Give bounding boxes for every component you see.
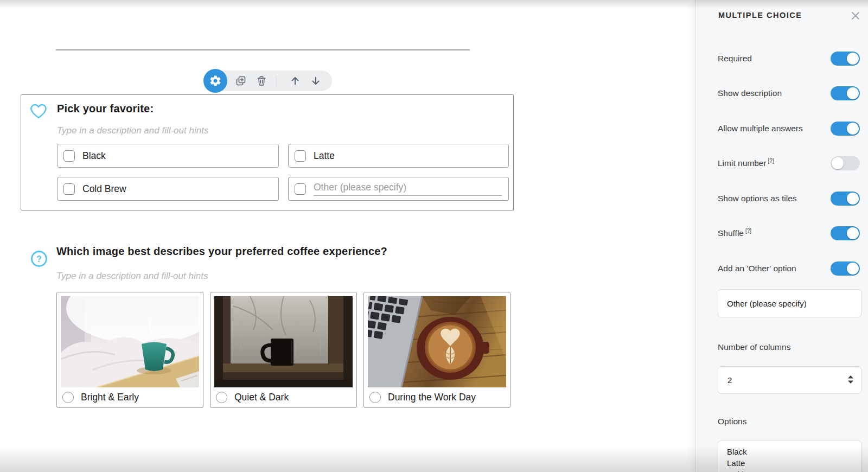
- toggle-add-other-option[interactable]: [831, 261, 860, 276]
- toggle-limit-number[interactable]: [831, 156, 860, 170]
- other-option-text-input[interactable]: Other (please specify): [718, 289, 861, 317]
- image-option-label: During the Work Day: [388, 392, 476, 403]
- setting-row-allow-multiple: Allow multiple answers: [718, 122, 860, 136]
- setting-label: Add an 'Other' option: [718, 263, 798, 273]
- settings-panel: MULTIPLE CHOICE Required Show descriptio…: [695, 0, 868, 472]
- photo-dark-mug-by-rainy-window: [214, 296, 353, 387]
- toggle-knob: [847, 123, 859, 135]
- toggle-required[interactable]: [831, 52, 860, 66]
- photo-teal-mug-on-bedside-table: [61, 296, 199, 387]
- toggle-knob: [847, 87, 859, 99]
- toggle-knob: [847, 263, 859, 275]
- checkbox[interactable]: [63, 150, 75, 162]
- checkbox[interactable]: [63, 183, 75, 195]
- setting-row-shuffle: Shuffle[?]: [718, 226, 860, 240]
- option-tile-cold-brew[interactable]: Cold Brew: [57, 177, 279, 201]
- selected-value: 2: [727, 375, 732, 385]
- move-up-button[interactable]: [289, 75, 301, 87]
- image-option-label: Quiet & Dark: [234, 392, 289, 403]
- toggle-knob: [847, 227, 859, 239]
- setting-row-required: Required: [718, 52, 860, 66]
- settings-button[interactable]: [203, 69, 227, 93]
- number-of-columns-select[interactable]: 2: [718, 366, 861, 394]
- arrow-up-icon: [289, 75, 301, 87]
- question-mark-icon: ?: [30, 250, 48, 270]
- delete-button[interactable]: [256, 75, 267, 87]
- question-toolbar: [203, 71, 332, 91]
- image-tile-quiet-dark[interactable]: Quiet & Dark: [210, 292, 357, 408]
- question-1-description-placeholder[interactable]: Type in a description and fill-out hints: [57, 125, 208, 136]
- toggle-knob: [847, 193, 859, 205]
- image-tile-bright-early[interactable]: Bright & Early: [56, 292, 203, 408]
- radio-button[interactable]: [216, 392, 227, 403]
- question-1-options: Black Latte Cold Brew Other (please spec…: [57, 144, 509, 201]
- help-hint: [?]: [745, 228, 751, 234]
- svg-text:?: ?: [36, 254, 42, 264]
- option-tile-other[interactable]: Other (please specify): [288, 177, 509, 201]
- toggle-knob: [832, 157, 844, 169]
- toggle-show-description[interactable]: [831, 86, 860, 100]
- setting-row-limit-number: Limit number[?]: [718, 156, 860, 170]
- close-panel-button[interactable]: [850, 10, 861, 21]
- option-tile-latte[interactable]: Latte: [288, 144, 509, 168]
- duplicate-button[interactable]: [235, 75, 247, 87]
- option-label: Black: [82, 150, 106, 162]
- setting-row-show-description: Show description: [718, 86, 860, 100]
- question-2-title[interactable]: Which image best describes your preferre…: [56, 245, 387, 258]
- toggle-knob: [847, 53, 859, 65]
- option-label: Cold Brew: [82, 183, 126, 195]
- radio-button[interactable]: [369, 392, 381, 403]
- close-icon: [850, 10, 861, 21]
- setting-label: Show options as tiles: [718, 193, 799, 203]
- setting-row-options-as-tiles: Show options as tiles: [718, 192, 860, 206]
- previous-question-text-input[interactable]: [56, 49, 470, 50]
- setting-label: Required: [718, 53, 754, 63]
- image-option-label: Bright & Early: [81, 392, 139, 403]
- radio-button[interactable]: [62, 392, 74, 403]
- question-2-description-placeholder[interactable]: Type in a description and fill-out hints: [56, 271, 208, 282]
- toggle-shuffle[interactable]: [831, 226, 860, 240]
- setting-label: Allow multiple answers: [718, 123, 805, 133]
- option-tile-black[interactable]: Black: [57, 144, 279, 168]
- other-placeholder: Other (please specify): [314, 182, 406, 193]
- number-of-columns-label: Number of columns: [718, 342, 790, 352]
- toggle-allow-multiple-answers[interactable]: [831, 122, 860, 136]
- options-label: Options: [718, 417, 746, 426]
- image-tile-work-day[interactable]: During the Work Day: [363, 292, 510, 408]
- form-canvas: Pick your favorite: Type in a descriptio…: [0, 0, 695, 472]
- option-label: Latte: [314, 150, 335, 162]
- toggle-show-options-as-tiles[interactable]: [831, 192, 860, 206]
- setting-label: Shuffle[?]: [718, 228, 751, 238]
- trash-icon: [256, 75, 267, 87]
- toolbar-divider: [277, 75, 277, 87]
- help-hint: [?]: [768, 158, 774, 164]
- checkbox[interactable]: [295, 150, 306, 162]
- panel-title: MULTIPLE CHOICE: [718, 11, 802, 20]
- settings-icon: [209, 74, 222, 87]
- setting-label: Limit number[?]: [718, 158, 774, 168]
- other-text-input[interactable]: Other (please specify): [314, 182, 502, 196]
- photo-latte-art-next-to-laptop: [368, 296, 506, 387]
- arrow-down-icon: [310, 75, 322, 87]
- question-2-options: Bright & Early: [56, 292, 510, 408]
- question-1-title[interactable]: Pick your favorite:: [57, 103, 154, 115]
- checkbox[interactable]: [295, 183, 306, 195]
- options-textarea[interactable]: Black Latte Cold Brew: [718, 441, 861, 472]
- question-1-container[interactable]: Pick your favorite: Type in a descriptio…: [21, 94, 514, 211]
- up-down-arrows-icon: [847, 375, 854, 386]
- duplicate-icon: [235, 75, 247, 87]
- setting-label: Show description: [718, 88, 783, 98]
- heart-icon: [28, 101, 49, 123]
- setting-row-add-other: Add an 'Other' option: [718, 261, 860, 276]
- move-down-button[interactable]: [310, 75, 322, 87]
